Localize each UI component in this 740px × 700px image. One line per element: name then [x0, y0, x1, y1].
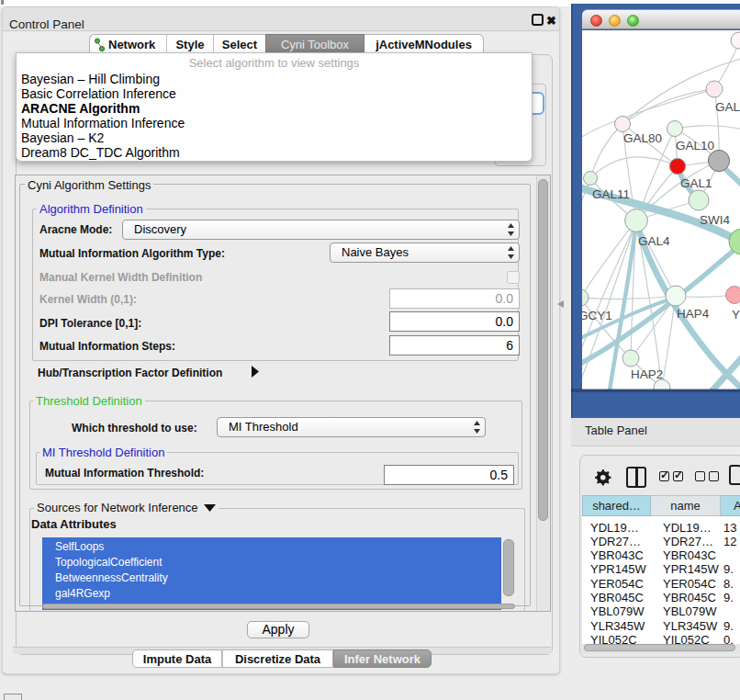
svg-text:GAL10: GAL10: [676, 139, 714, 152]
svg-text:HAP4: HAP4: [677, 307, 710, 321]
svg-text:GCY1: GCY1: [582, 309, 612, 322]
svg-text:SWI4: SWI4: [700, 213, 730, 227]
svg-text:GAL7: GAL7: [715, 100, 740, 114]
svg-text:GAL4: GAL4: [638, 234, 670, 248]
svg-text:Y: Y: [732, 308, 740, 322]
svg-text:GAL80: GAL80: [623, 131, 662, 145]
svg-text:HAP2: HAP2: [631, 367, 663, 381]
svg-text:GAL11: GAL11: [592, 187, 630, 201]
svg-text:GAL1: GAL1: [680, 176, 712, 190]
